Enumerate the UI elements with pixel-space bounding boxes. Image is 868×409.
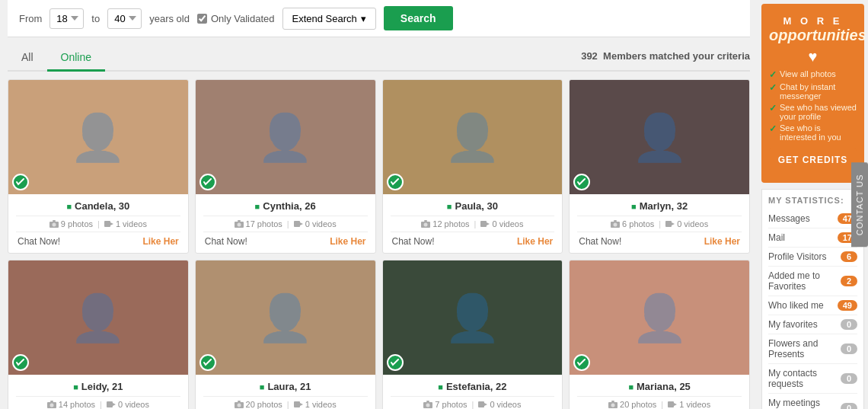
- promo-heart-icon: ♥: [769, 48, 857, 66]
- flag-icon: ■: [66, 202, 72, 211]
- stat-row: Mail 17: [768, 228, 857, 248]
- video-count: 0 videos: [665, 219, 708, 228]
- profile-card: 👤 ■ Leidy, 21 14 photos | 0 videos: [8, 260, 189, 409]
- validated-label[interactable]: Only Validated: [197, 13, 275, 24]
- checkmark-icon: ✓: [769, 69, 777, 80]
- profile-image[interactable]: 👤: [196, 80, 375, 194]
- flag-icon: ■: [260, 382, 265, 391]
- flag-icon: ■: [73, 382, 78, 391]
- tab-all[interactable]: All: [8, 45, 47, 72]
- svg-point-26: [237, 404, 241, 407]
- profile-card: 👤 ■ Estefania, 22 7 photos | 0 videos: [382, 260, 563, 409]
- stat-label: Flowers and Presents: [768, 338, 841, 359]
- stat-label: My favorites: [768, 319, 818, 330]
- profile-meta: 17 photos | 0 videos: [203, 216, 368, 232]
- contact-us-tab[interactable]: CONTACT US: [851, 162, 868, 247]
- video-count: 0 videos: [294, 219, 337, 228]
- like-her-button[interactable]: Like Her: [517, 236, 553, 247]
- search-bar: From 1819202122 253035 to 3536384045 50 …: [8, 0, 750, 37]
- photo-count: 12 photos: [421, 219, 469, 228]
- promo-opportunities: opportunities: [769, 27, 857, 44]
- checkmark-icon: ✓: [769, 103, 777, 113]
- results-count: 392 Members matched your criteria: [581, 50, 750, 66]
- stat-row: My favorites 0: [768, 315, 857, 334]
- svg-point-36: [611, 404, 615, 407]
- tabs-bar: All Online 392 Members matched your crit…: [8, 41, 750, 72]
- profile-meta: 7 photos | 0 videos: [391, 396, 555, 409]
- profile-image[interactable]: 👤: [383, 80, 563, 194]
- flag-icon: ■: [255, 202, 260, 211]
- svg-rect-18: [665, 221, 672, 227]
- stat-row: My meetings requests 0: [768, 394, 857, 409]
- like-her-button[interactable]: Like Her: [142, 236, 178, 247]
- profile-card: 👤 ■ Cynthia, 26 17 photos | 0 videos: [195, 79, 376, 254]
- profile-meta: 20 photos | 1 videos: [203, 396, 368, 409]
- svg-point-21: [49, 404, 53, 407]
- stat-count: 0: [841, 343, 857, 354]
- checkmark-icon: ✓: [769, 82, 777, 93]
- stat-row: Flowers and Presents 0: [768, 334, 857, 364]
- profile-info: ■ Marlyn, 32 6 photos | 0 videos Chat No…: [570, 194, 749, 253]
- photo-count: 14 photos: [47, 400, 95, 409]
- age-from-select[interactable]: 1819202122 253035: [49, 8, 84, 29]
- profile-card: 👤 ■ Marlyn, 32 6 photos | 0 videos: [569, 79, 750, 254]
- profile-image[interactable]: 👤: [8, 80, 188, 194]
- age-to-select[interactable]: 3536384045 50: [107, 8, 142, 29]
- profile-name: ■ Paula, 30: [391, 200, 555, 212]
- feature-text: See who has viewed your profile: [780, 103, 857, 121]
- profile-name: ■ Candela, 30: [16, 200, 180, 212]
- chat-now-button[interactable]: Chat Now!: [579, 236, 621, 247]
- profile-info: ■ Estefania, 22 7 photos | 0 videos Chat…: [383, 375, 563, 409]
- profile-info: ■ Laura, 21 20 photos | 1 videos Chat No…: [196, 375, 375, 409]
- stats-rows: Messages 47 Mail 17 Profile Visitors 6 A…: [768, 209, 857, 409]
- profile-grid: 👤 ■ Candela, 30 9 photos | 1 videos: [8, 79, 750, 409]
- get-credits-button[interactable]: GET CREDITS: [769, 149, 857, 171]
- profile-name: ■ Mariana, 25: [577, 381, 742, 392]
- stat-count: 6: [841, 251, 857, 262]
- svg-marker-9: [300, 222, 303, 225]
- like-her-button[interactable]: Like Her: [704, 236, 740, 247]
- profile-image[interactable]: 👤: [196, 260, 375, 375]
- photo-count: 17 photos: [235, 219, 282, 228]
- profile-name-text: Marlyn, 32: [640, 200, 688, 212]
- promo-box: M O R E opportunities ♥ ✓View all photos…: [761, 4, 864, 183]
- profile-actions: Chat Now! Like Her: [16, 236, 180, 247]
- profile-card: 👤 ■ Paula, 30 12 photos | 0 videos: [382, 79, 563, 254]
- svg-rect-38: [668, 401, 674, 407]
- validated-checkbox[interactable]: [197, 14, 207, 24]
- svg-point-6: [237, 223, 241, 227]
- stat-row: Profile Visitors 6: [768, 248, 857, 267]
- online-badge: [12, 174, 29, 190]
- like-her-button[interactable]: Like Her: [330, 236, 365, 247]
- svg-marker-39: [674, 403, 677, 406]
- chat-now-button[interactable]: Chat Now!: [18, 236, 60, 247]
- profile-image[interactable]: 👤: [570, 260, 749, 375]
- svg-point-11: [424, 223, 428, 227]
- photo-count: 9 photos: [49, 219, 93, 228]
- profile-info: ■ Mariana, 25 20 photos | 1 videos Chat …: [570, 375, 749, 409]
- photo-count: 6 photos: [611, 219, 654, 228]
- profile-actions: Chat Now! Like Her: [391, 236, 555, 247]
- svg-point-16: [614, 223, 617, 227]
- profile-image[interactable]: 👤: [570, 80, 749, 194]
- tab-online[interactable]: Online: [47, 45, 105, 72]
- video-count: 1 videos: [294, 400, 337, 409]
- profile-name-text: Leidy, 21: [81, 381, 123, 392]
- profile-actions: Chat Now! Like Her: [203, 236, 368, 247]
- profile-image[interactable]: 👤: [383, 260, 563, 375]
- profile-image[interactable]: 👤: [8, 260, 188, 375]
- promo-features: ✓View all photos✓Chat by instant messeng…: [769, 69, 857, 142]
- stat-row: Who liked me 49: [768, 296, 857, 315]
- svg-point-1: [52, 223, 56, 227]
- chat-now-button[interactable]: Chat Now!: [205, 236, 247, 247]
- profile-name-text: Cynthia, 26: [263, 200, 315, 212]
- search-button[interactable]: Search: [384, 6, 453, 30]
- online-badge: [387, 174, 404, 190]
- svg-rect-2: [53, 220, 56, 222]
- to-label: to: [91, 13, 100, 24]
- svg-rect-37: [611, 401, 614, 402]
- chat-now-button[interactable]: Chat Now!: [392, 236, 435, 247]
- extend-search-button[interactable]: Extend Search ▾: [282, 8, 376, 30]
- from-label: From: [19, 13, 42, 24]
- profile-info: ■ Paula, 30 12 photos | 0 videos Chat No…: [383, 194, 563, 253]
